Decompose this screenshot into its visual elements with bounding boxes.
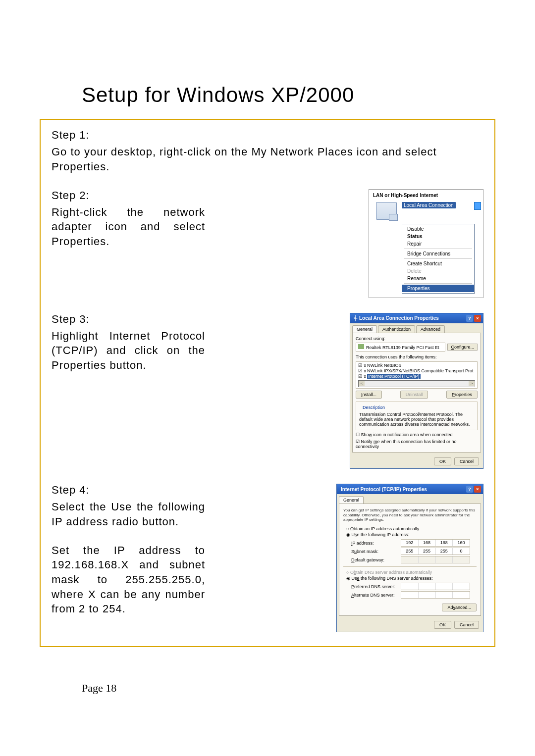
menu-item-delete: Delete: [402, 267, 474, 275]
help-icon[interactable]: ?: [466, 486, 473, 493]
help-icon[interactable]: ?: [466, 315, 473, 322]
menu-item-repair[interactable]: Repair: [402, 240, 474, 248]
content-frame: Step 1: Go to your desktop, right-click …: [40, 119, 495, 647]
step-2-row: Step 2: Right-click the network adapter …: [52, 189, 483, 298]
notify-checkbox[interactable]: ☑ Notify me when this connection has lim…: [356, 439, 478, 449]
subnet-mask-input[interactable]: 2552552550: [401, 548, 470, 555]
description-text: Transmission Control Protocol/Internet P…: [359, 412, 474, 427]
configure-button[interactable]: Configure...: [447, 344, 478, 351]
properties-button[interactable]: Properties: [446, 391, 478, 399]
ok-button[interactable]: OK: [434, 621, 451, 629]
menu-item-create-shortcut[interactable]: Create Shortcut: [402, 260, 474, 267]
uses-items-label: This connection uses the following items…: [356, 354, 478, 359]
scroll-left-icon[interactable]: <: [359, 381, 365, 386]
nic-activity-icon: [474, 202, 481, 210]
page-title: Setup for Windows XP/2000: [82, 83, 495, 107]
adapter-name-field: Realtek RTL8139 Family PCI Fast Et: [356, 343, 445, 352]
menu-item-rename[interactable]: Rename: [402, 275, 474, 282]
tab-advanced[interactable]: Advanced: [416, 325, 445, 333]
close-icon[interactable]: ×: [474, 486, 481, 493]
install-button[interactable]: Install...: [356, 391, 382, 399]
list-item-selected[interactable]: ☑ ɤ Internet Protocol (TCP/IP): [358, 374, 475, 379]
step-2-text: Right-click the network adapter icon and…: [52, 205, 205, 249]
alternate-dns-input[interactable]: [401, 591, 470, 599]
step-3-row: Step 3: Highlight Internet Protocol (TCP…: [52, 313, 483, 469]
adapter-card-icon: [358, 344, 364, 349]
list-item[interactable]: ☑ ɤ NWLink NetBIOS: [358, 363, 475, 368]
radio-obtain-ip-auto[interactable]: ○ Obtain an IP address automatically: [346, 526, 477, 531]
radio-obtain-dns-auto: ○ Obtain DNS server address automaticall…: [346, 570, 477, 575]
subnet-mask-label: Subnet mask:: [351, 549, 401, 554]
dialog-title: ┽Local Area Connection Properties: [354, 315, 439, 321]
step-4-text-a: Select the Use the following IP address …: [52, 500, 205, 529]
ip-address-input[interactable]: 192168168160: [401, 539, 470, 547]
tab-general[interactable]: General: [339, 496, 364, 504]
step-4-label: Step 4:: [52, 484, 205, 497]
connect-using-label: Connect using:: [356, 336, 478, 341]
ip-address-label: IP address:: [351, 541, 401, 546]
network-adapter-icon: [376, 202, 397, 220]
screenshot-context-menu: LAN or High-Speed Internet Local Area Co…: [369, 189, 483, 298]
cancel-button[interactable]: Cancel: [454, 457, 479, 465]
screenshot-tcpip-properties: Internet Protocol (TCP/IP) Properties ? …: [336, 484, 483, 632]
context-menu: Disable Status Repair Bridge Connections…: [402, 224, 475, 294]
nic-title-label: Local Area Connection: [402, 202, 456, 208]
menu-item-bridge[interactable]: Bridge Connections: [402, 250, 474, 257]
lan-group-title: LAN or High-Speed Internet: [369, 190, 483, 200]
preferred-dns-input[interactable]: [401, 583, 470, 590]
show-icon-checkbox[interactable]: ☐ Show icon in notification area when co…: [356, 432, 478, 437]
cancel-button[interactable]: Cancel: [454, 621, 479, 629]
preferred-dns-label: Preferred DNS server:: [351, 584, 401, 589]
screenshot-connection-properties: ┽Local Area Connection Properties ? × Ge…: [350, 313, 483, 469]
radio-use-following-dns[interactable]: ◉ Use the following DNS server addresses…: [346, 576, 477, 581]
step-4-row: Step 4: Select the Use the following IP …: [52, 484, 483, 632]
advanced-button[interactable]: Advanced...: [442, 604, 477, 611]
step-3-label: Step 3:: [52, 313, 205, 326]
step-1-label: Step 1:: [52, 129, 483, 142]
menu-item-status-label: Status: [407, 234, 423, 239]
menu-item-status[interactable]: Status: [402, 233, 474, 240]
page-number: Page 18: [82, 682, 495, 695]
close-icon[interactable]: ×: [474, 315, 481, 322]
dialog-title: Internet Protocol (TCP/IP) Properties: [341, 487, 427, 492]
step-4-text-b: Set the IP address to 192.168.168.X and …: [52, 543, 205, 616]
tab-general[interactable]: General: [352, 325, 377, 333]
step-1: Step 1: Go to your desktop, right-click …: [52, 129, 483, 174]
scroll-right-icon[interactable]: >: [469, 381, 475, 386]
ok-button[interactable]: OK: [434, 457, 451, 465]
uninstall-button: Uninstall: [400, 391, 428, 399]
horizontal-scrollbar[interactable]: <>: [358, 380, 475, 387]
tab-authentication[interactable]: Authentication: [378, 325, 415, 333]
menu-item-properties[interactable]: Properties: [402, 285, 474, 292]
step-2-label: Step 2:: [52, 189, 205, 202]
help-text: You can get IP settings assigned automat…: [343, 508, 477, 522]
default-gateway-input[interactable]: [401, 556, 470, 563]
description-label: Description: [361, 405, 386, 410]
step-3-text: Highlight Internet Protocol (TCP/IP) and…: [52, 329, 205, 373]
step-1-text: Go to your desktop, right-click on the M…: [52, 145, 483, 174]
radio-use-following-ip[interactable]: ◉ Use the following IP address:: [346, 532, 477, 537]
protocol-list[interactable]: ☑ ɤ NWLink NetBIOS ☑ ɤ NWLink IPX/SPX/Ne…: [356, 361, 478, 389]
list-item[interactable]: ☑ ɤ NWLink IPX/SPX/NetBIOS Compatible Tr…: [358, 368, 475, 374]
alternate-dns-label: Alternate DNS server:: [351, 593, 401, 598]
menu-item-disable[interactable]: Disable: [402, 225, 474, 233]
default-gateway-label: Default gateway:: [351, 557, 401, 562]
